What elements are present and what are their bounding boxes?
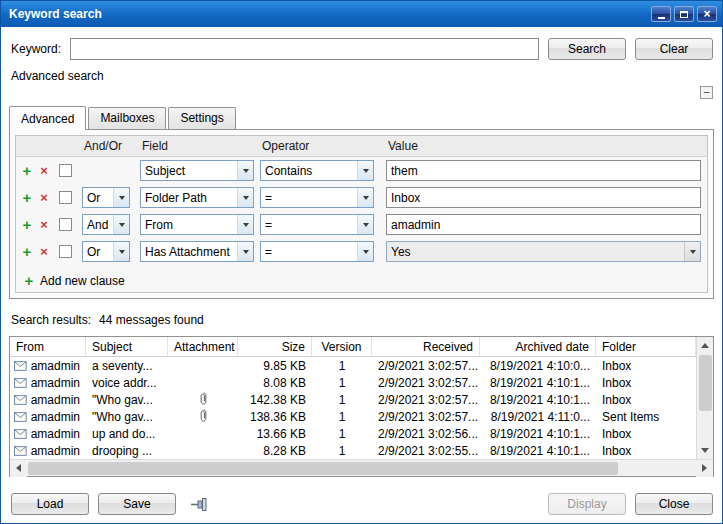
chevron-down-icon	[113, 188, 129, 207]
chevron-down-icon	[113, 215, 129, 234]
paperclip-icon	[200, 392, 207, 405]
advanced-search-link[interactable]: Advanced search	[11, 69, 722, 83]
result-row[interactable]: amadmin a seventy... 9.85 KB 1 2/9/2021 …	[10, 357, 696, 374]
mail-icon	[14, 395, 27, 405]
clause-header-row: And/Or Field Operator Value	[16, 136, 707, 157]
andor-dropdown[interactable]: Or	[82, 187, 130, 208]
result-row[interactable]: amadmin voice addr... 8.08 KB 1 2/9/2021…	[10, 374, 696, 391]
andor-dropdown[interactable]: And	[82, 214, 130, 235]
tab-advanced[interactable]: Advanced	[9, 106, 86, 130]
scroll-down-icon[interactable]	[697, 442, 714, 459]
add-clause-icon[interactable]: +	[20, 189, 34, 206]
value-input[interactable]	[386, 160, 701, 181]
clause-checkbox[interactable]	[59, 164, 72, 177]
column-header-version[interactable]: Version	[312, 337, 372, 356]
result-received: 2/9/2021 3:02:57...	[372, 410, 480, 424]
horizontal-scroll-thumb[interactable]	[28, 462, 618, 475]
clause-checkbox[interactable]	[59, 245, 72, 258]
close-button[interactable]: Close	[635, 493, 713, 515]
titlebar[interactable]: Keyword search ×	[1, 1, 722, 27]
load-button[interactable]: Load	[11, 493, 89, 515]
result-row[interactable]: amadmin "Who gav... 138.36 KB 1 2/9/2021…	[10, 408, 696, 425]
operator-dropdown[interactable]: =	[260, 187, 374, 208]
clear-button[interactable]: Clear	[635, 38, 713, 60]
add-icon: +	[22, 272, 36, 289]
field-dropdown[interactable]: Subject	[140, 160, 254, 181]
column-header-attachment[interactable]: Attachment	[168, 337, 238, 356]
column-header-size[interactable]: Size	[238, 337, 312, 356]
mail-icon	[14, 378, 27, 388]
collapse-button[interactable]: −	[700, 86, 713, 99]
advanced-tab-panel: And/Or Field Operator Value + × Subject	[9, 129, 714, 299]
scroll-right-icon[interactable]	[696, 460, 713, 477]
operator-dropdown[interactable]: =	[260, 214, 374, 235]
add-clause-icon[interactable]: +	[20, 216, 34, 233]
header-value: Value	[386, 139, 707, 153]
close-window-button[interactable]: ×	[697, 6, 717, 22]
column-header-folder[interactable]: Folder	[596, 337, 696, 356]
horizontal-scroll-track[interactable]	[618, 460, 696, 476]
result-archived-date: 8/19/2021 4:10:0...	[480, 359, 596, 373]
search-button[interactable]: Search	[548, 38, 626, 60]
result-from: amadmin	[31, 359, 80, 373]
mail-icon	[14, 446, 27, 456]
clause-checkbox[interactable]	[59, 218, 72, 231]
operator-dropdown[interactable]: Contains	[260, 160, 374, 181]
tab-settings[interactable]: Settings	[168, 107, 235, 129]
delete-clause-icon[interactable]: ×	[37, 190, 51, 205]
delete-clause-icon[interactable]: ×	[37, 217, 51, 232]
result-archived-date: 8/19/2021 4:11:0...	[480, 410, 596, 424]
vertical-scroll-thumb[interactable]	[699, 355, 712, 411]
field-dropdown[interactable]: Has Attachment	[140, 241, 254, 262]
field-dropdown[interactable]: From	[140, 214, 254, 235]
display-button[interactable]: Display	[548, 493, 626, 515]
clause-builder: And/Or Field Operator Value + × Subject	[15, 135, 708, 293]
delete-clause-icon[interactable]: ×	[37, 244, 51, 259]
column-header-received[interactable]: Received	[372, 337, 480, 356]
add-clause-icon[interactable]: +	[20, 243, 34, 260]
result-version: 1	[312, 427, 372, 441]
value-dropdown[interactable]: Yes	[386, 241, 701, 262]
result-size: 9.85 KB	[238, 359, 312, 373]
result-folder: Inbox	[596, 393, 696, 407]
column-header-subject[interactable]: Subject	[86, 337, 168, 356]
pin-button[interactable]	[190, 497, 209, 511]
vertical-scrollbar[interactable]	[696, 337, 713, 459]
operator-dropdown[interactable]: =	[260, 241, 374, 262]
save-button[interactable]: Save	[98, 493, 176, 515]
column-header-archived-date[interactable]: Archived date	[480, 337, 596, 356]
result-archived-date: 8/19/2021 4:10:1...	[480, 444, 596, 458]
add-clause-icon[interactable]: +	[20, 162, 34, 179]
clause-row: + × Or Has Attachment	[16, 238, 707, 265]
result-subject: voice addr...	[86, 376, 168, 390]
vertical-scroll-track[interactable]	[697, 411, 713, 442]
tab-mailboxes[interactable]: Mailboxes	[88, 107, 166, 129]
scroll-left-icon[interactable]	[10, 460, 27, 477]
result-subject: a seventy...	[86, 359, 168, 373]
delete-clause-icon[interactable]: ×	[37, 163, 51, 178]
add-new-clause-link[interactable]: + Add new clause	[22, 272, 707, 289]
result-row[interactable]: amadmin up and do... 13.66 KB 1 2/9/2021…	[10, 425, 696, 442]
value-input[interactable]	[386, 187, 701, 208]
pushpin-icon	[190, 497, 209, 511]
column-header-from[interactable]: From	[10, 337, 86, 356]
minimize-button[interactable]	[651, 6, 671, 22]
value-input[interactable]	[386, 214, 701, 235]
result-row[interactable]: amadmin "Who gav... 142.38 KB 1 2/9/2021…	[10, 391, 696, 408]
result-version: 1	[312, 444, 372, 458]
scroll-up-icon[interactable]	[697, 337, 714, 354]
collapse-row: −	[1, 86, 713, 99]
result-row[interactable]: amadmin drooping ... 8.28 KB 1 2/9/2021 …	[10, 442, 696, 459]
maximize-icon	[680, 11, 688, 18]
result-subject: "Who gav...	[86, 393, 168, 407]
result-version: 1	[312, 359, 372, 373]
field-dropdown[interactable]: Folder Path	[140, 187, 254, 208]
clause-checkbox[interactable]	[59, 191, 72, 204]
keyword-input[interactable]	[70, 38, 539, 60]
andor-dropdown[interactable]: Or	[82, 241, 130, 262]
clause-row: + × Subject Contains	[16, 157, 707, 184]
clause-row: + × And From =	[16, 211, 707, 238]
horizontal-scrollbar[interactable]	[10, 459, 713, 476]
maximize-button[interactable]	[674, 6, 694, 22]
chevron-down-icon	[113, 242, 129, 261]
